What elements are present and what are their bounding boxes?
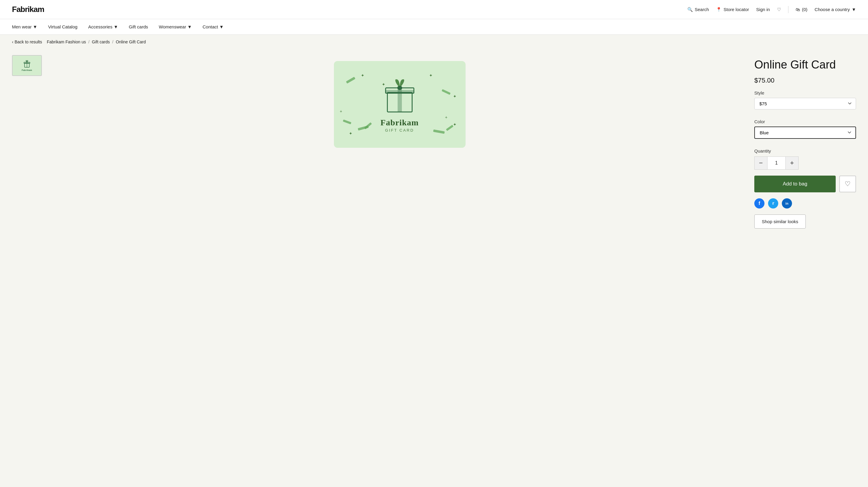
sparkle-icon: + (340, 109, 342, 114)
chevron-down-icon: ▼ (851, 7, 856, 12)
nav-label-men-wear: Men wear (12, 24, 32, 29)
nav-label-contact: Contact (203, 24, 218, 29)
linkedin-icon: in (785, 202, 788, 205)
country-selector[interactable]: Choose a country ▼ (815, 7, 856, 12)
sparkle-icon: + (388, 119, 390, 124)
gift-card-brand-name: Fabrikam (380, 118, 419, 127)
main-content: Fabrikam ✦ ✦ ✦ ✦ ✦ ✦ + + + (0, 49, 868, 482)
style-field-group: Style $75 $25 $50 $75 $100 $150 $200 (754, 90, 856, 114)
quantity-decrease-button[interactable]: − (754, 157, 768, 170)
product-image-area: ✦ ✦ ✦ ✦ ✦ ✦ + + + (57, 55, 742, 464)
nav-item-men-wear[interactable]: Men wear ▼ (12, 23, 37, 31)
nav-label-womenswear: Womenswear (159, 24, 186, 29)
breadcrumb-current: Online Gift Card (116, 39, 146, 44)
nav-label-virtual-catalog: Virtual Catalog (48, 24, 78, 29)
breadcrumb: ‹ Back to results Fabrikam Fashion us / … (0, 35, 868, 49)
quantity-label: Quantity (754, 149, 856, 154)
color-label: Color (754, 119, 856, 124)
sparkle-icon: ✦ (361, 73, 365, 78)
header: Fabrikam 🔍 Search 📍 Store locator Sign i… (0, 0, 868, 19)
main-nav: Men wear ▼ Virtual Catalog Accessories ▼… (0, 19, 868, 35)
nav-label-accessories: Accessories (88, 24, 113, 29)
social-share-row: f 𝕣 in (754, 198, 856, 208)
chevron-left-icon: ‹ (12, 39, 13, 44)
color-field-group: Color Blue Green Pink Red (754, 119, 856, 143)
nav-item-contact[interactable]: Contact ▼ (203, 23, 224, 31)
heart-outline-icon: ♡ (845, 180, 850, 188)
breadcrumb-home-link[interactable]: Fabrikam Fashion us (47, 39, 86, 44)
header-divider (788, 6, 788, 13)
chevron-down-icon: ▼ (187, 24, 192, 29)
nav-item-accessories[interactable]: Accessories ▼ (88, 23, 118, 31)
quantity-section: Quantity − 1 + (754, 149, 856, 170)
sparkle-icon: ✦ (429, 73, 433, 78)
search-label: Search (695, 7, 709, 12)
sign-in-label: Sign in (756, 7, 770, 12)
store-locator-label: Store locator (723, 7, 749, 12)
cart-button[interactable]: 🛍 (0) (796, 7, 807, 12)
twitter-share-button[interactable]: 𝕣 (768, 198, 778, 208)
product-title: Online Gift Card (754, 58, 856, 72)
quantity-controls: − 1 + (754, 157, 856, 170)
chevron-down-icon: ▼ (33, 24, 37, 29)
cart-count: (0) (802, 7, 807, 12)
header-actions: 🔍 Search 📍 Store locator Sign in ♡ 🛍 (0)… (687, 6, 856, 13)
facebook-share-button[interactable]: f (754, 198, 765, 208)
thumbnail-image: Fabrikam (15, 58, 39, 73)
nav-item-virtual-catalog[interactable]: Virtual Catalog (48, 23, 78, 31)
store-locator-button[interactable]: 📍 Store locator (716, 7, 749, 12)
search-icon: 🔍 (687, 7, 693, 12)
nav-label-gift-cards: Gift cards (129, 24, 148, 29)
sparkle-icon: + (445, 115, 447, 120)
nav-item-gift-cards[interactable]: Gift cards (129, 23, 148, 31)
bag-icon: 🛍 (796, 7, 800, 12)
sparkle-icon: ✦ (382, 82, 385, 87)
wishlist-button[interactable]: ♡ (839, 175, 856, 192)
heart-icon: ♡ (777, 7, 781, 12)
product-details: Online Gift Card $75.00 Style $75 $25 $5… (754, 55, 856, 464)
search-button[interactable]: 🔍 Search (687, 7, 709, 12)
quantity-value: 1 (768, 157, 785, 170)
color-select[interactable]: Blue Green Pink Red (754, 127, 856, 139)
twitter-icon: 𝕣 (772, 201, 774, 205)
quantity-increase-button[interactable]: + (785, 157, 799, 170)
gift-card-image: ✦ ✦ ✦ ✦ ✦ ✦ + + + (334, 61, 466, 148)
wishlist-header-button[interactable]: ♡ (777, 7, 781, 12)
facebook-icon: f (758, 201, 760, 206)
svg-rect-6 (385, 90, 414, 93)
chevron-down-icon: ▼ (219, 24, 224, 29)
svg-point-7 (397, 86, 402, 90)
breadcrumb-sep-2: / (112, 39, 114, 44)
back-to-results-button[interactable]: ‹ Back to results (12, 39, 42, 44)
add-to-bag-button[interactable]: Add to bag (754, 175, 836, 192)
style-select[interactable]: $75 $25 $50 $75 $100 $150 $200 (754, 98, 856, 109)
back-to-results-label: Back to results (15, 39, 42, 44)
product-thumbnail[interactable]: Fabrikam (12, 55, 42, 76)
breadcrumb-sep-1: / (88, 39, 90, 44)
shop-similar-button[interactable]: Shop similar looks (754, 215, 806, 229)
gift-card-label: GIFT CARD (385, 128, 414, 132)
location-icon: 📍 (716, 7, 722, 12)
logo[interactable]: Fabrikam (12, 5, 44, 14)
sparkle-icon: ✦ (453, 122, 457, 127)
thumbnail-sidebar: Fabrikam (12, 55, 45, 464)
gift-box-svg (380, 76, 419, 116)
sparkle-icon: ✦ (349, 131, 352, 136)
style-label: Style (754, 90, 856, 95)
country-label: Choose a country (815, 7, 850, 12)
breadcrumb-gift-cards-link[interactable]: Gift cards (92, 39, 110, 44)
nav-item-womenswear[interactable]: Womenswear ▼ (159, 23, 192, 31)
sign-in-button[interactable]: Sign in (756, 7, 770, 12)
linkedin-share-button[interactable]: in (782, 198, 792, 208)
chevron-down-icon: ▼ (114, 24, 118, 29)
sparkle-icon: ✦ (453, 94, 457, 99)
product-price: $75.00 (754, 76, 856, 84)
add-to-bag-row: Add to bag ♡ (754, 175, 856, 192)
